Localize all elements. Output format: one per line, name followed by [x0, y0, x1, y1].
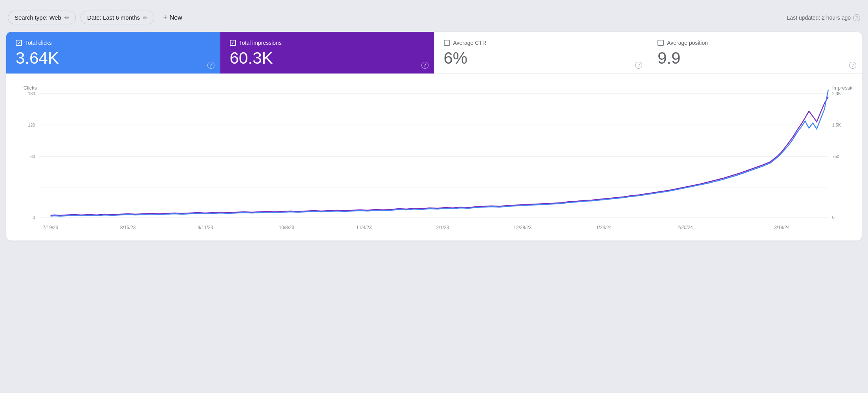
svg-text:8/15/23: 8/15/23	[120, 225, 136, 230]
chart-container: 180 120 60 0 Clicks 2.3K 1.5K 750 0 Impr…	[16, 82, 852, 231]
search-type-edit-icon: ✏	[64, 15, 69, 21]
metric-impressions-header: Total impressions	[230, 40, 425, 46]
ctr-checkbox[interactable]	[444, 40, 450, 46]
metrics-row: Total clicks 3.64K ? Total impressions 6…	[6, 32, 862, 74]
metric-ctr-header: Average CTR	[444, 40, 639, 46]
date-filter[interactable]: Date: Last 6 months ✏	[81, 11, 154, 24]
svg-text:60: 60	[30, 154, 35, 159]
plus-icon: +	[163, 13, 167, 22]
search-type-filter[interactable]: Search type: Web ✏	[8, 11, 76, 24]
impressions-checkbox[interactable]	[230, 40, 236, 46]
impressions-label: Total impressions	[239, 40, 282, 46]
svg-text:10/8/23: 10/8/23	[279, 225, 295, 230]
svg-text:120: 120	[28, 123, 35, 127]
ctr-help-icon[interactable]: ?	[635, 61, 642, 69]
metric-average-ctr[interactable]: Average CTR 6% ?	[434, 32, 648, 73]
position-value: 9.9	[657, 49, 852, 67]
position-help-icon[interactable]: ?	[849, 61, 856, 69]
metric-average-position[interactable]: Average position 9.9 ?	[648, 32, 862, 73]
last-updated: Last updated: 2 hours ago ?	[787, 14, 860, 21]
svg-text:2/20/24: 2/20/24	[678, 225, 693, 230]
clicks-help-icon[interactable]: ?	[207, 61, 214, 69]
ctr-value: 6%	[444, 49, 639, 67]
metric-total-impressions[interactable]: Total impressions 60.3K ?	[220, 32, 434, 73]
last-updated-text: Last updated: 2 hours ago	[787, 15, 851, 21]
top-bar: Search type: Web ✏ Date: Last 6 months ✏…	[6, 6, 862, 32]
clicks-line	[51, 90, 828, 216]
svg-text:2.3K: 2.3K	[832, 91, 841, 96]
svg-text:0: 0	[832, 215, 835, 220]
impressions-help-icon[interactable]: ?	[421, 61, 429, 69]
new-button[interactable]: + New	[159, 10, 186, 25]
clicks-value: 3.64K	[16, 49, 211, 67]
new-label: New	[170, 14, 182, 21]
search-type-label: Search type: Web	[15, 14, 61, 21]
date-edit-icon: ✏	[143, 15, 148, 21]
position-label: Average position	[667, 40, 708, 46]
last-updated-help-icon[interactable]: ?	[853, 14, 860, 21]
date-label: Date: Last 6 months	[87, 14, 140, 21]
svg-text:0: 0	[33, 215, 35, 220]
impressions-value: 60.3K	[230, 49, 425, 67]
svg-text:7/19/23: 7/19/23	[43, 225, 59, 230]
svg-text:180: 180	[28, 91, 35, 96]
svg-text:750: 750	[832, 154, 839, 159]
metric-clicks-header: Total clicks	[16, 40, 211, 46]
metric-total-clicks[interactable]: Total clicks 3.64K ?	[6, 32, 220, 73]
svg-text:3/18/24: 3/18/24	[774, 225, 790, 230]
main-card: Total clicks 3.64K ? Total impressions 6…	[6, 32, 862, 241]
impressions-line	[51, 97, 828, 215]
svg-text:Clicks: Clicks	[24, 85, 37, 91]
clicks-checkbox[interactable]	[16, 40, 22, 46]
clicks-label: Total clicks	[25, 40, 52, 46]
metric-position-header: Average position	[657, 40, 852, 46]
chart-area: 180 120 60 0 Clicks 2.3K 1.5K 750 0 Impr…	[6, 74, 862, 241]
svg-text:12/28/23: 12/28/23	[514, 225, 532, 230]
svg-text:9/11/23: 9/11/23	[198, 225, 213, 230]
svg-text:1.5K: 1.5K	[832, 123, 841, 127]
svg-text:12/1/23: 12/1/23	[434, 225, 449, 230]
ctr-label: Average CTR	[453, 40, 487, 46]
chart-svg: 180 120 60 0 Clicks 2.3K 1.5K 750 0 Impr…	[16, 82, 852, 231]
position-checkbox[interactable]	[657, 40, 664, 46]
svg-text:Impressions: Impressions	[832, 85, 852, 91]
svg-text:1/24/24: 1/24/24	[596, 225, 612, 230]
svg-text:11/4/23: 11/4/23	[356, 225, 372, 230]
